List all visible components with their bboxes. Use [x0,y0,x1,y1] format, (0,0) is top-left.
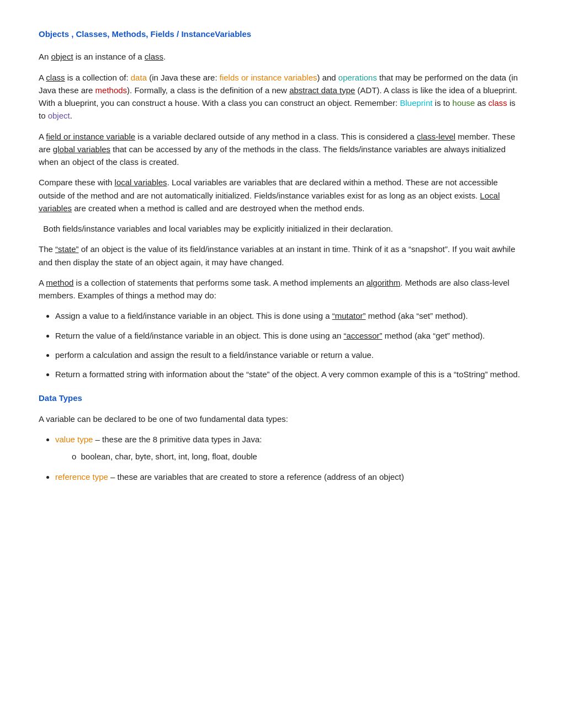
paragraph-2: A class is a collection of: data (in Jav… [39,71,524,122]
local-variables-term-2: Local variables [39,191,500,213]
blueprint-term: Blueprint [400,98,432,108]
paragraph-3: A field or instance variable is a variab… [39,130,524,169]
value-type-text: – these are the 8 primitive data types i… [93,435,262,444]
fields-or-instance-variables-term: fields or instance variables [220,73,317,82]
list-item: Return a formatted string with informati… [55,368,524,381]
object-term: object [51,52,73,61]
class-level-term: class-level [417,132,455,141]
algorithm-term: algorithm [367,278,401,287]
global-variables-term: global variables [53,144,110,154]
page-title: Objects , Classes, Methods, Fields / Ins… [39,28,524,40]
operations-term: operations [338,73,377,82]
reference-type-label: reference type [55,472,108,481]
value-type-label: value type [55,435,93,444]
accessor-term: “accessor” [344,331,383,340]
value-type-item: value type – these are the 8 primitive d… [55,433,524,463]
paragraph-5: Both fields/instance variables and local… [39,222,524,235]
data-types-list: value type – these are the 8 primitive d… [55,433,524,484]
data-types-intro: A variable can be declared to be one of … [39,413,524,425]
list-item: Assign a value to a field/instance varia… [55,309,524,322]
abstract-data-type-term: abstract data type [289,85,355,95]
method-term: method [46,278,73,287]
methods-term: methods [95,85,128,95]
class-term-2: class [46,73,65,82]
object-term-2: object [48,111,70,120]
primitive-types-item: boolean, char, byte, short, int, long, f… [72,450,524,463]
state-term: “state” [55,244,79,254]
list-item: Return the value of a field/instance var… [55,329,524,342]
field-or-instance-variable-term: field or instance variable [46,132,135,141]
paragraph-1: An object is an instance of a class. [39,50,524,63]
reference-type-text: – these are variables that are created t… [108,472,404,481]
class-term-3: class [488,98,507,108]
local-variables-term: local variables [115,178,167,187]
primitive-types-sublist: boolean, char, byte, short, int, long, f… [72,450,524,463]
method-examples-list: Assign a value to a field/instance varia… [55,309,524,381]
paragraph-7: A method is a collection of statements t… [39,276,524,302]
class-term: class [145,52,163,61]
paragraph-4: Compare these with local variables. Loca… [39,176,524,215]
data-types-section-title: Data Types [39,392,524,404]
mutator-term: “mutator” [332,311,366,320]
reference-type-item: reference type – these are variables tha… [55,470,524,483]
paragraph-6: The “state” of an object is the value of… [39,243,524,269]
data-term: data [131,73,147,82]
list-item: perform a calculation and assign the res… [55,349,524,361]
house-term: house [453,98,475,108]
